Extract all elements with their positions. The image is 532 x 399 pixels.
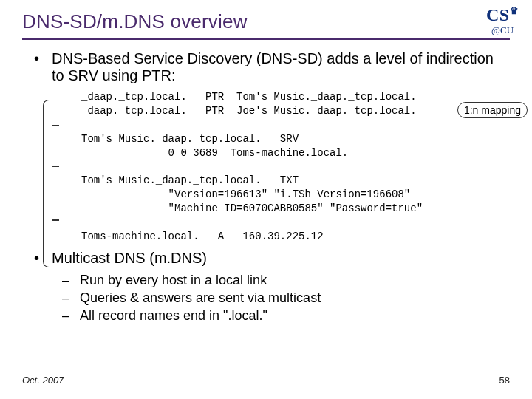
slide: CS♛ @CU DNS-SD/m.DNS overview • DNS-Base… [0, 0, 532, 399]
code-l8: "Version=196613" "i.TSh Version=196608" [81, 188, 410, 200]
logo-top: CS♛ [482, 6, 523, 24]
slide-title: DNS-SD/m.DNS overview [22, 10, 510, 33]
logo: CS♛ @CU [482, 6, 523, 35]
sub-item: –All record names end in ".local." [80, 307, 510, 324]
code-l2: _daap._tcp.local. PTR Joe's Music._daap.… [81, 105, 417, 117]
bullet-dns-sd: • DNS-Based Service Discovery (DNS-SD) a… [52, 50, 510, 84]
dash-icon: – [62, 289, 80, 307]
code-l5: 0 0 3689 Toms-machine.local. [81, 147, 348, 159]
bullet-mdns: • Multicast DNS (m.DNS) [52, 250, 510, 267]
bullet-icon: • [34, 50, 39, 67]
bullet-icon: • [34, 250, 39, 267]
code-l9: "Machine ID=6070CABB0585" "Password=true… [81, 202, 423, 214]
sub2-text: Queries & answers are sent via multicast [80, 290, 321, 305]
code-l7: Tom's Music._daap._tcp.local. TXT [81, 174, 299, 186]
footer-date: Oct. 2007 [22, 375, 64, 386]
title-rule [22, 38, 510, 40]
code-l1: _daap._tcp.local. PTR Tom's Music._daap.… [81, 91, 417, 103]
brace-tick [52, 166, 59, 167]
brace-tick [52, 125, 59, 126]
crown-icon: ♛ [510, 5, 519, 16]
footer: Oct. 2007 58 [22, 375, 510, 386]
dash-icon: – [62, 307, 80, 324]
footer-page-number: 58 [499, 375, 510, 386]
logo-bottom: @CU [482, 25, 523, 35]
bullet-dns-sd-text: DNS-Based Service Discovery (DNS-SD) add… [52, 50, 494, 83]
logo-cs: CS [486, 5, 510, 24]
code-l11: Toms-machine.local. A 160.39.225.12 [81, 231, 324, 242]
callout-1n-mapping: 1:n mapping [457, 102, 528, 118]
sub1-text: Run by every host in a local link [80, 273, 267, 287]
slide-body: • DNS-Based Service Discovery (DNS-SD) a… [52, 50, 510, 325]
sub-item: –Run by every host in a local link [80, 271, 510, 289]
sub-bullets: –Run by every host in a local link –Quer… [80, 271, 510, 325]
sub-item: –Queries & answers are sent via multicas… [80, 289, 510, 307]
code-l4: Tom's Music._daap._tcp.local. SRV [81, 133, 299, 145]
code-block: _daap._tcp.local. PTR Tom's Music._daap.… [81, 90, 510, 244]
brace-tick [52, 219, 59, 221]
dash-icon: – [62, 271, 80, 289]
sub3-text: All record names end in ".local." [80, 308, 267, 323]
bullet-mdns-text: Multicast DNS (m.DNS) [52, 250, 207, 266]
